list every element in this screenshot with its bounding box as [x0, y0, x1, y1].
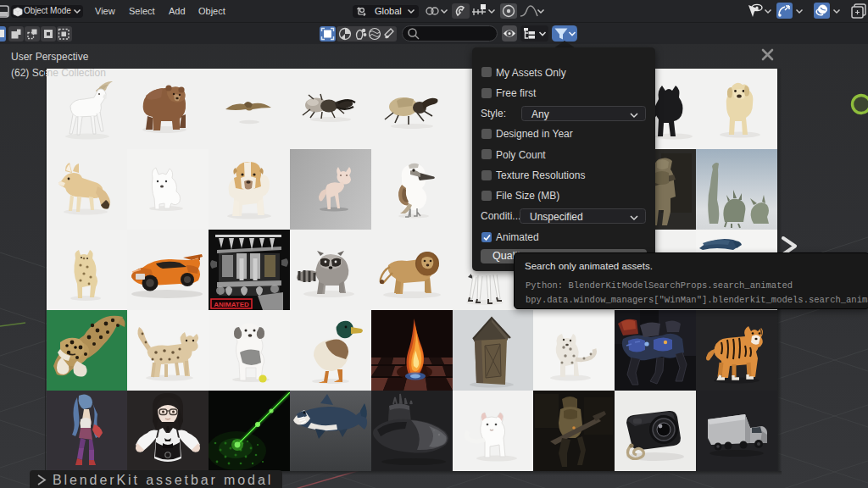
svg-text:ANIMATED: ANIMATED — [214, 301, 249, 308]
